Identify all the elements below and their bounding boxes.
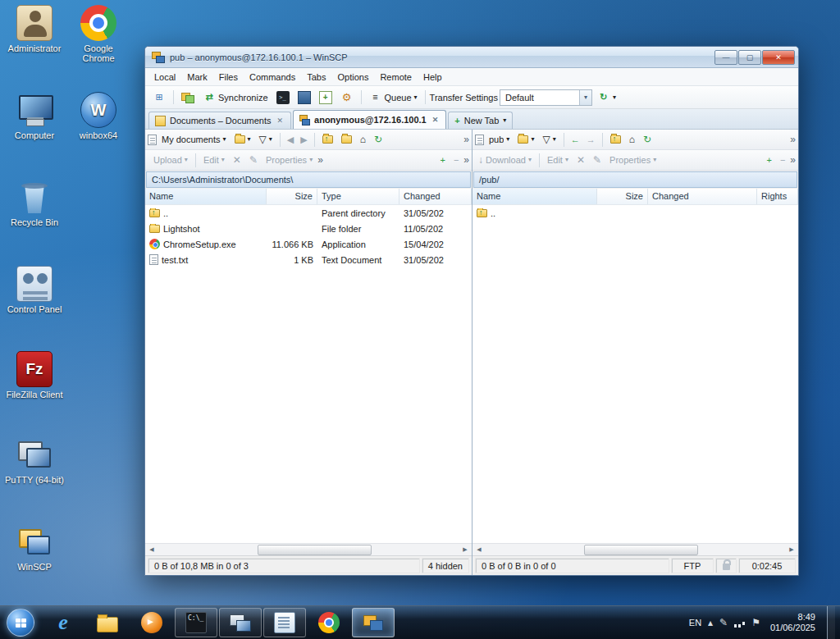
local-remove-button[interactable]: − <box>450 151 462 169</box>
tab-close-icon[interactable]: ✕ <box>276 116 285 126</box>
menu-files[interactable]: Files <box>213 70 244 84</box>
column-header-name[interactable]: Name <box>145 189 267 204</box>
close-button[interactable]: ✕ <box>762 50 795 65</box>
remote-rename-button[interactable]: ✎ <box>590 151 605 169</box>
local-delete-button[interactable]: ✕ <box>230 151 244 169</box>
desktop-icon-putty[interactable]: PuTTY (64-bit) <box>5 436 64 485</box>
desktop-icon-administrator[interactable]: Administrator <box>5 5 64 53</box>
column-header-size[interactable]: Size <box>267 189 317 204</box>
column-header-size[interactable]: Size <box>597 189 648 204</box>
remote-filter-button[interactable]: ▽▾ <box>539 130 559 148</box>
remote-delete-button[interactable]: ✕ <box>573 151 588 169</box>
desktop-icon-recycle-bin[interactable]: Recycle Bin <box>5 179 64 227</box>
menu-help[interactable]: Help <box>418 70 448 84</box>
desktop-icon-computer[interactable]: Computer <box>5 92 64 140</box>
taskbar-media-player-button[interactable] <box>130 608 173 637</box>
local-root-directory-button[interactable] <box>338 130 355 148</box>
remote-edit-button[interactable]: Edit ▾ <box>544 151 572 169</box>
local-horizontal-scrollbar[interactable]: ◀ ▶ <box>145 543 472 555</box>
remote-open-directory-button[interactable]: ▾ <box>514 130 537 148</box>
local-properties-button[interactable]: Properties ▾ <box>262 151 316 169</box>
start-button[interactable] <box>7 609 34 637</box>
preferences-button[interactable]: ⚙ <box>337 89 357 107</box>
scroll-left-arrow-icon[interactable]: ◀ <box>145 544 158 556</box>
network-icon[interactable] <box>734 618 745 628</box>
scroll-right-arrow-icon[interactable]: ▶ <box>785 544 798 556</box>
desktop-icon-filezilla[interactable]: Fz FileZilla Client <box>5 351 64 399</box>
column-header-changed[interactable]: Changed <box>648 189 757 204</box>
remote-horizontal-scrollbar[interactable]: ◀ ▶ <box>472 543 798 555</box>
menu-local[interactable]: Local <box>148 70 181 84</box>
column-header-type[interactable]: Type <box>317 189 399 204</box>
taskbar-ie-button[interactable]: e <box>42 608 84 637</box>
new-session-button[interactable]: + <box>316 89 336 107</box>
file-row-chromesetup[interactable]: ChromeSetup.exe 11.066 KB Application 15… <box>145 236 472 252</box>
language-indicator[interactable]: EN <box>689 618 701 628</box>
scroll-right-arrow-icon[interactable]: ▶ <box>459 544 472 556</box>
overflow-chevron-icon[interactable]: » <box>790 155 796 165</box>
remote-refresh-button[interactable]: ↻ <box>640 130 655 148</box>
overflow-chevron-icon[interactable]: » <box>317 155 323 165</box>
layout-grid-button[interactable]: ⊞ <box>149 89 169 107</box>
tab-new[interactable]: + New Tab ▾ <box>448 112 513 129</box>
tab-close-icon[interactable]: ✕ <box>431 115 441 125</box>
minimize-button[interactable]: — <box>714 50 737 65</box>
desktop-icon-winscp[interactable]: WinSCP <box>5 523 64 572</box>
protocol-badge[interactable]: FTP <box>671 558 714 573</box>
hidden-icons-chevron[interactable]: ▴ <box>708 617 713 628</box>
overflow-chevron-icon[interactable]: » <box>790 135 796 144</box>
menu-tabs[interactable]: Tabs <box>301 70 331 84</box>
desktop-icon-chrome[interactable]: Google Chrome <box>69 5 128 63</box>
remote-home-button[interactable]: ⌂ <box>626 130 638 148</box>
local-edit-button[interactable]: Edit ▾ <box>200 151 228 169</box>
file-row-parent[interactable]: .. <box>472 205 798 221</box>
desktop-icon-control-panel[interactable]: Control Panel <box>5 266 64 314</box>
desktop-icon-winbox64[interactable]: W winbox64 <box>69 92 128 140</box>
file-row-parent[interactable]: .. Parent directory 31/05/202 <box>145 205 472 221</box>
column-header-name[interactable]: Name <box>472 189 597 204</box>
title-bar[interactable]: pub – anonymous@172.16.100.1 – WinSCP — … <box>145 47 798 68</box>
taskbar-putty-button[interactable] <box>219 608 262 637</box>
pen-tray-icon[interactable]: ✎ <box>719 617 728 628</box>
overflow-chevron-icon[interactable]: » <box>463 135 469 144</box>
file-row-testtxt[interactable]: test.txt 1 KB Text Document 31/05/202 <box>145 252 472 267</box>
taskbar-winscp-button[interactable] <box>352 608 395 637</box>
remote-forward-button[interactable]: → <box>584 135 598 144</box>
local-add-button[interactable]: + <box>436 151 448 169</box>
remote-properties-button[interactable]: Properties ▾ <box>606 151 660 169</box>
transfer-settings-select[interactable]: Default ▾ <box>500 89 592 106</box>
local-parent-directory-button[interactable] <box>319 130 336 148</box>
show-desktop-button[interactable] <box>827 606 835 639</box>
scroll-left-arrow-icon[interactable]: ◀ <box>472 544 486 556</box>
remote-parent-directory-button[interactable] <box>607 130 624 148</box>
local-status-hidden[interactable]: 4 hidden <box>422 558 469 573</box>
menu-mark[interactable]: Mark <box>181 70 212 84</box>
remote-add-button[interactable]: + <box>763 151 774 169</box>
file-row-lightshot[interactable]: Lightshot File folder 11/05/202 <box>145 221 472 236</box>
local-home-button[interactable]: ⌂ <box>357 130 369 148</box>
scrollbar-thumb[interactable] <box>584 545 698 555</box>
transfer-folders-button[interactable] <box>178 89 198 107</box>
tab-documents[interactable]: Documents – Documents ✕ <box>148 112 291 129</box>
scrollbar-thumb[interactable] <box>258 545 372 555</box>
local-rename-button[interactable]: ✎ <box>246 151 261 169</box>
remote-back-button[interactable]: ← <box>568 135 582 144</box>
remote-remove-button[interactable]: − <box>777 151 788 169</box>
taskbar-clock[interactable]: 8:49 01/06/2025 <box>770 612 815 633</box>
encryption-cell[interactable] <box>715 558 737 573</box>
remote-drive-selector[interactable]: pub ▾ <box>486 131 513 148</box>
local-forward-button[interactable]: ▶ <box>298 135 309 145</box>
tab-session-active[interactable]: anonymous@172.16.100.1 ✕ <box>293 110 446 129</box>
taskbar-journal-button[interactable] <box>263 608 306 637</box>
overflow-chevron-icon[interactable]: » <box>463 155 469 165</box>
local-filter-button[interactable]: ▽▾ <box>256 130 276 148</box>
queue-button[interactable]: ≡ Queue ▾ <box>366 89 421 107</box>
remote-path-bar[interactable]: /pub/ <box>473 171 797 188</box>
column-header-changed[interactable]: Changed <box>399 189 472 204</box>
open-console-button[interactable]: >_ <box>273 89 293 107</box>
menu-options[interactable]: Options <box>331 70 374 84</box>
local-drive-selector[interactable]: My documents ▾ <box>158 131 230 148</box>
local-path-bar[interactable]: C:\Users\Administrator\Documents\ <box>146 171 471 188</box>
synchronize-button[interactable]: ⇄ Synchronize <box>199 89 272 107</box>
column-header-rights[interactable]: Rights <box>757 189 798 204</box>
